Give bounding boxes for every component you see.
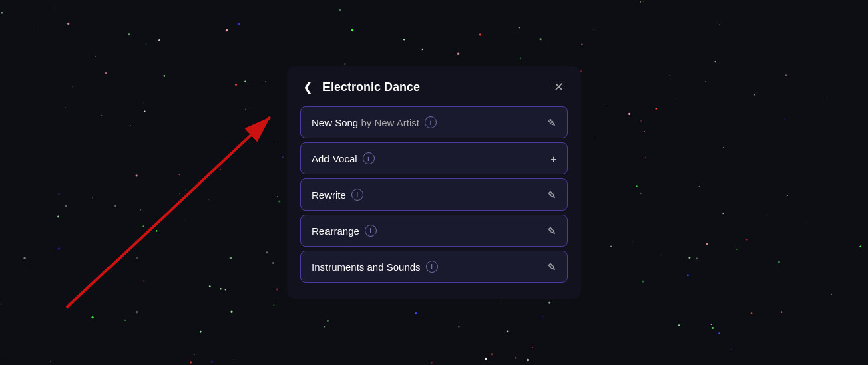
menu-item-instruments-and-sounds[interactable]: Instruments and Soundsi✎ bbox=[300, 251, 568, 283]
modal-title: Electronic Dance bbox=[322, 80, 420, 94]
info-icon[interactable]: i bbox=[351, 189, 363, 201]
modal-header: ❮ Electronic Dance ✕ bbox=[300, 80, 568, 94]
pencil-icon[interactable]: ✎ bbox=[548, 118, 556, 128]
menu-item-suffix: by New Artist bbox=[358, 117, 419, 128]
info-icon[interactable]: i bbox=[425, 116, 437, 128]
menu-item-label: Instruments and Sounds bbox=[312, 261, 421, 273]
menu-item-left: New Song by New Artisti bbox=[312, 116, 437, 128]
plus-icon[interactable]: + bbox=[550, 154, 556, 164]
menu-item-left: Instruments and Soundsi bbox=[312, 261, 438, 273]
modal-panel: ❮ Electronic Dance ✕ New Song by New Art… bbox=[287, 66, 581, 299]
menu-item-label: New Song by New Artist bbox=[312, 117, 419, 128]
header-left: ❮ Electronic Dance bbox=[300, 80, 420, 94]
info-icon[interactable]: i bbox=[426, 261, 438, 273]
menu-item-label: Add Vocal bbox=[312, 153, 357, 164]
svg-line-1 bbox=[67, 117, 270, 308]
menu-list: New Song by New Artisti✎Add Vocali+Rewri… bbox=[300, 106, 568, 283]
info-icon[interactable]: i bbox=[365, 225, 377, 237]
back-button[interactable]: ❮ bbox=[300, 80, 316, 94]
pencil-icon[interactable]: ✎ bbox=[548, 262, 556, 272]
pencil-icon[interactable]: ✎ bbox=[548, 190, 556, 200]
close-button[interactable]: ✕ bbox=[550, 80, 568, 94]
pencil-icon[interactable]: ✎ bbox=[548, 226, 556, 236]
menu-item-new-song[interactable]: New Song by New Artisti✎ bbox=[300, 106, 568, 138]
menu-item-add-vocal[interactable]: Add Vocali+ bbox=[300, 142, 568, 174]
menu-item-left: Add Vocali bbox=[312, 152, 375, 164]
menu-item-left: Rewritei bbox=[312, 189, 363, 201]
menu-item-rewrite[interactable]: Rewritei✎ bbox=[300, 178, 568, 211]
menu-item-rearrange[interactable]: Rearrangei✎ bbox=[300, 215, 568, 247]
menu-item-label: Rearrange bbox=[312, 225, 359, 237]
menu-item-label: Rewrite bbox=[312, 189, 346, 201]
menu-item-left: Rearrangei bbox=[312, 225, 377, 237]
info-icon[interactable]: i bbox=[363, 152, 375, 164]
